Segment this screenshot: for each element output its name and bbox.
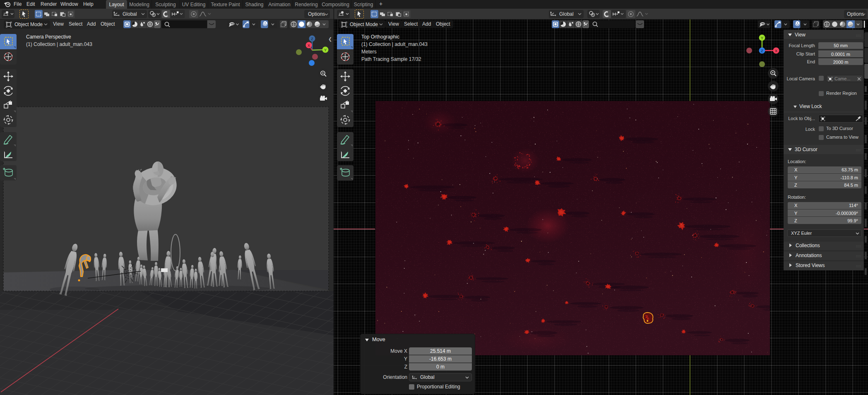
svg-text:Y: Y — [761, 36, 763, 40]
svg-text:Z: Z — [761, 49, 763, 53]
svg-text:Y: Y — [324, 48, 327, 52]
svg-text:Z: Z — [311, 37, 313, 41]
svg-text:X: X — [308, 43, 310, 48]
svg-text:X: X — [775, 49, 777, 53]
